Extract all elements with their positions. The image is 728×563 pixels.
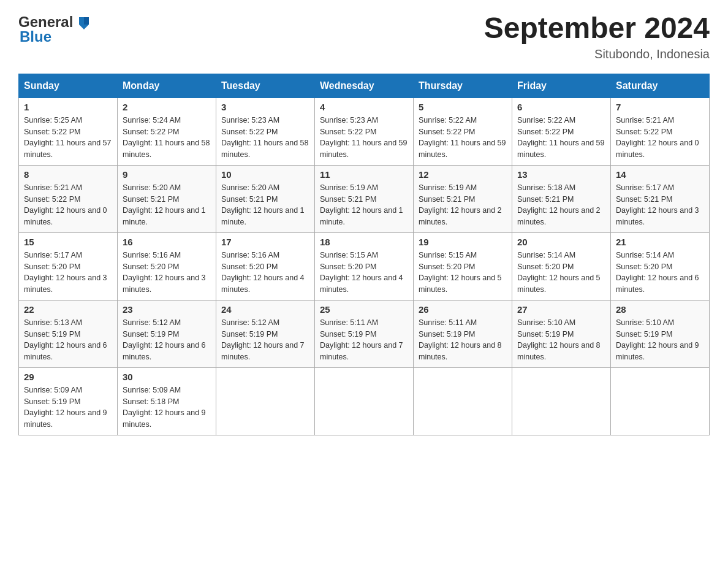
day-number: 22 (24, 304, 112, 315)
calendar-day-cell: 5 Sunrise: 5:22 AMSunset: 5:22 PMDayligh… (414, 98, 512, 165)
day-number: 11 (320, 169, 408, 180)
calendar-week-row: 1 Sunrise: 5:25 AMSunset: 5:22 PMDayligh… (19, 98, 710, 165)
calendar-day-cell: 26 Sunrise: 5:11 AMSunset: 5:19 PMDaylig… (414, 300, 512, 367)
calendar-subtitle: Situbondo, Indonesia (484, 47, 710, 61)
day-info: Sunrise: 5:21 AMSunset: 5:22 PMDaylight:… (24, 182, 112, 228)
calendar-title: September 2024 (484, 12, 710, 45)
day-number: 5 (419, 102, 507, 112)
day-number: 4 (320, 102, 408, 112)
day-number: 29 (24, 372, 112, 382)
weekday-header-friday: Friday (512, 74, 611, 98)
day-number: 28 (616, 304, 704, 315)
day-info: Sunrise: 5:23 AMSunset: 5:22 PMDaylight:… (320, 115, 408, 161)
calendar-day-cell: 21 Sunrise: 5:14 AMSunset: 5:20 PMDaylig… (611, 232, 710, 300)
day-info: Sunrise: 5:19 AMSunset: 5:21 PMDaylight:… (320, 182, 408, 228)
calendar-day-cell: 25 Sunrise: 5:11 AMSunset: 5:19 PMDaylig… (315, 300, 414, 367)
weekday-header-thursday: Thursday (414, 74, 512, 98)
day-info: Sunrise: 5:17 AMSunset: 5:21 PMDaylight:… (616, 182, 704, 228)
day-info: Sunrise: 5:10 AMSunset: 5:19 PMDaylight:… (616, 317, 704, 363)
day-info: Sunrise: 5:13 AMSunset: 5:19 PMDaylight:… (24, 317, 112, 363)
calendar-week-row: 8 Sunrise: 5:21 AMSunset: 5:22 PMDayligh… (19, 165, 710, 232)
calendar-day-cell: 14 Sunrise: 5:17 AMSunset: 5:21 PMDaylig… (611, 165, 710, 232)
day-number: 14 (616, 169, 704, 180)
calendar-day-cell: 13 Sunrise: 5:18 AMSunset: 5:21 PMDaylig… (512, 165, 611, 232)
day-info: Sunrise: 5:21 AMSunset: 5:22 PMDaylight:… (616, 115, 704, 161)
calendar-week-row: 29 Sunrise: 5:09 AMSunset: 5:19 PMDaylig… (19, 367, 710, 435)
weekday-header-wednesday: Wednesday (315, 74, 414, 98)
calendar-day-cell: 15 Sunrise: 5:17 AMSunset: 5:20 PMDaylig… (19, 232, 118, 300)
calendar-day-cell: 10 Sunrise: 5:20 AMSunset: 5:21 PMDaylig… (216, 165, 315, 232)
day-number: 7 (616, 102, 704, 112)
day-info: Sunrise: 5:11 AMSunset: 5:19 PMDaylight:… (320, 317, 408, 363)
calendar-day-cell (611, 367, 710, 435)
day-info: Sunrise: 5:15 AMSunset: 5:20 PMDaylight:… (419, 250, 507, 296)
day-info: Sunrise: 5:14 AMSunset: 5:20 PMDaylight:… (616, 250, 704, 296)
weekday-header-monday: Monday (118, 74, 216, 98)
day-info: Sunrise: 5:18 AMSunset: 5:21 PMDaylight:… (517, 182, 605, 228)
logo-blue-text: Blue (20, 28, 51, 45)
calendar-day-cell: 30 Sunrise: 5:09 AMSunset: 5:18 PMDaylig… (118, 367, 216, 435)
day-number: 30 (123, 372, 211, 382)
day-number: 27 (517, 304, 605, 315)
day-number: 9 (123, 169, 211, 180)
calendar-day-cell (315, 367, 414, 435)
day-info: Sunrise: 5:22 AMSunset: 5:22 PMDaylight:… (517, 115, 605, 161)
weekday-header-sunday: Sunday (19, 74, 118, 98)
day-number: 3 (221, 102, 309, 112)
day-info: Sunrise: 5:19 AMSunset: 5:21 PMDaylight:… (419, 182, 507, 228)
day-number: 2 (123, 102, 211, 112)
day-number: 21 (616, 237, 704, 247)
day-number: 1 (24, 102, 112, 112)
day-info: Sunrise: 5:16 AMSunset: 5:20 PMDaylight:… (221, 250, 309, 296)
day-info: Sunrise: 5:14 AMSunset: 5:20 PMDaylight:… (517, 250, 605, 296)
day-number: 13 (517, 169, 605, 180)
day-info: Sunrise: 5:17 AMSunset: 5:20 PMDaylight:… (24, 250, 112, 296)
calendar-day-cell: 27 Sunrise: 5:10 AMSunset: 5:19 PMDaylig… (512, 300, 611, 367)
weekday-header-row: SundayMondayTuesdayWednesdayThursdayFrid… (19, 74, 710, 98)
day-info: Sunrise: 5:20 AMSunset: 5:21 PMDaylight:… (123, 182, 211, 228)
day-info: Sunrise: 5:24 AMSunset: 5:22 PMDaylight:… (123, 115, 211, 161)
weekday-header-saturday: Saturday (611, 74, 710, 98)
day-number: 18 (320, 237, 408, 247)
calendar-day-cell: 9 Sunrise: 5:20 AMSunset: 5:21 PMDayligh… (118, 165, 216, 232)
day-number: 16 (123, 237, 211, 247)
calendar-day-cell: 4 Sunrise: 5:23 AMSunset: 5:22 PMDayligh… (315, 98, 414, 165)
calendar-day-cell: 22 Sunrise: 5:13 AMSunset: 5:19 PMDaylig… (19, 300, 118, 367)
day-number: 19 (419, 237, 507, 247)
calendar-day-cell: 6 Sunrise: 5:22 AMSunset: 5:22 PMDayligh… (512, 98, 611, 165)
day-number: 12 (419, 169, 507, 180)
weekday-header-tuesday: Tuesday (216, 74, 315, 98)
day-number: 17 (221, 237, 309, 247)
calendar-table: SundayMondayTuesdayWednesdayThursdayFrid… (18, 74, 710, 435)
day-info: Sunrise: 5:10 AMSunset: 5:19 PMDaylight:… (517, 317, 605, 363)
day-number: 15 (24, 237, 112, 247)
calendar-day-cell: 11 Sunrise: 5:19 AMSunset: 5:21 PMDaylig… (315, 165, 414, 232)
day-info: Sunrise: 5:12 AMSunset: 5:19 PMDaylight:… (221, 317, 309, 363)
day-info: Sunrise: 5:09 AMSunset: 5:18 PMDaylight:… (123, 385, 211, 431)
day-number: 25 (320, 304, 408, 315)
calendar-day-cell: 12 Sunrise: 5:19 AMSunset: 5:21 PMDaylig… (414, 165, 512, 232)
calendar-day-cell: 29 Sunrise: 5:09 AMSunset: 5:19 PMDaylig… (19, 367, 118, 435)
calendar-week-row: 22 Sunrise: 5:13 AMSunset: 5:19 PMDaylig… (19, 300, 710, 367)
calendar-day-cell: 2 Sunrise: 5:24 AMSunset: 5:22 PMDayligh… (118, 98, 216, 165)
day-info: Sunrise: 5:23 AMSunset: 5:22 PMDaylight:… (221, 115, 309, 161)
svg-marker-1 (84, 17, 89, 25)
day-info: Sunrise: 5:11 AMSunset: 5:19 PMDaylight:… (419, 317, 507, 363)
calendar-day-cell (216, 367, 315, 435)
page-header: General Blue September 2024 Situbondo, I… (18, 12, 710, 61)
calendar-day-cell: 18 Sunrise: 5:15 AMSunset: 5:20 PMDaylig… (315, 232, 414, 300)
calendar-day-cell (512, 367, 611, 435)
calendar-week-row: 15 Sunrise: 5:17 AMSunset: 5:20 PMDaylig… (19, 232, 710, 300)
title-area: September 2024 Situbondo, Indonesia (484, 12, 710, 61)
calendar-day-cell: 7 Sunrise: 5:21 AMSunset: 5:22 PMDayligh… (611, 98, 710, 165)
calendar-day-cell: 3 Sunrise: 5:23 AMSunset: 5:22 PMDayligh… (216, 98, 315, 165)
calendar-day-cell: 1 Sunrise: 5:25 AMSunset: 5:22 PMDayligh… (19, 98, 118, 165)
calendar-day-cell: 16 Sunrise: 5:16 AMSunset: 5:20 PMDaylig… (118, 232, 216, 300)
day-number: 8 (24, 169, 112, 180)
calendar-day-cell: 23 Sunrise: 5:12 AMSunset: 5:19 PMDaylig… (118, 300, 216, 367)
day-info: Sunrise: 5:09 AMSunset: 5:19 PMDaylight:… (24, 385, 112, 431)
calendar-day-cell: 20 Sunrise: 5:14 AMSunset: 5:20 PMDaylig… (512, 232, 611, 300)
day-info: Sunrise: 5:16 AMSunset: 5:20 PMDaylight:… (123, 250, 211, 296)
logo-icon (74, 12, 94, 32)
calendar-day-cell (414, 367, 512, 435)
